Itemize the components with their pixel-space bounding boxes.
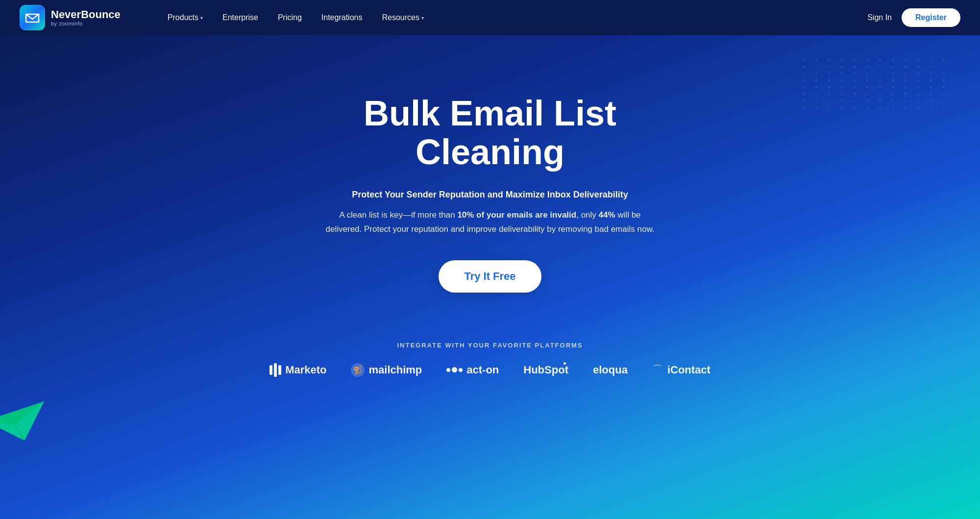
hero-content: Bulk Email List Cleaning Protect Your Se… xyxy=(270,35,710,322)
marketo-logo: Marketo xyxy=(270,363,326,377)
icontact-logo: ⌒ iContact xyxy=(652,363,710,377)
mailchimp-icon: 🐒 xyxy=(351,363,365,377)
brand-sub: by zoominfo xyxy=(51,21,121,26)
marketo-icon xyxy=(270,363,281,377)
register-button[interactable]: Register xyxy=(902,8,960,27)
logo-text: NeverBounce by zoominfo xyxy=(51,9,121,26)
chevron-down-icon: ▾ xyxy=(200,15,203,21)
hero-subtitle: Protect Your Sender Reputation and Maxim… xyxy=(352,187,628,202)
navbar: NeverBounce by zoominfo Products ▾ Enter… xyxy=(0,0,980,35)
hubspot-logo: HubSp o t xyxy=(523,364,568,376)
hero-title: Bulk Email List Cleaning xyxy=(289,94,691,172)
chevron-down-icon: ▾ xyxy=(421,15,424,21)
logo-link[interactable]: NeverBounce by zoominfo xyxy=(20,5,121,30)
nav-item-resources[interactable]: Resources ▾ xyxy=(374,9,431,26)
integrations-logos: Marketo 🐒 mailchimp act-on Hub xyxy=(270,363,710,377)
logo-icon xyxy=(20,5,45,30)
mailchimp-logo: 🐒 mailchimp xyxy=(351,363,422,377)
acton-icon xyxy=(446,367,463,372)
navbar-actions: Sign In Register xyxy=(867,8,960,27)
main-nav: Products ▾ Enterprise Pricing Integratio… xyxy=(160,9,867,26)
acton-logo: act-on xyxy=(446,364,499,376)
hero-description: A clean list is key—if more than 10% of … xyxy=(323,208,657,237)
brand-name: NeverBounce xyxy=(51,9,121,21)
nav-item-integrations[interactable]: Integrations xyxy=(314,9,370,26)
sign-in-link[interactable]: Sign In xyxy=(867,13,892,22)
hero-section: // Generate 8 rows × 12 cols of dots for… xyxy=(0,0,980,519)
nav-item-enterprise[interactable]: Enterprise xyxy=(215,9,266,26)
dots-decoration: // Generate 8 rows × 12 cols of dots for… xyxy=(803,59,951,109)
nav-item-pricing[interactable]: Pricing xyxy=(270,9,310,26)
integrations-label: INTEGRATE WITH YOUR FAVORITE PLATFORMS xyxy=(397,342,583,349)
paper-plane-decoration xyxy=(0,401,44,441)
eloqua-logo: eloqua xyxy=(593,364,628,376)
integrations-section: INTEGRATE WITH YOUR FAVORITE PLATFORMS M… xyxy=(0,322,980,407)
try-it-free-button[interactable]: Try It Free xyxy=(439,260,541,293)
nav-item-products[interactable]: Products ▾ xyxy=(160,9,211,26)
